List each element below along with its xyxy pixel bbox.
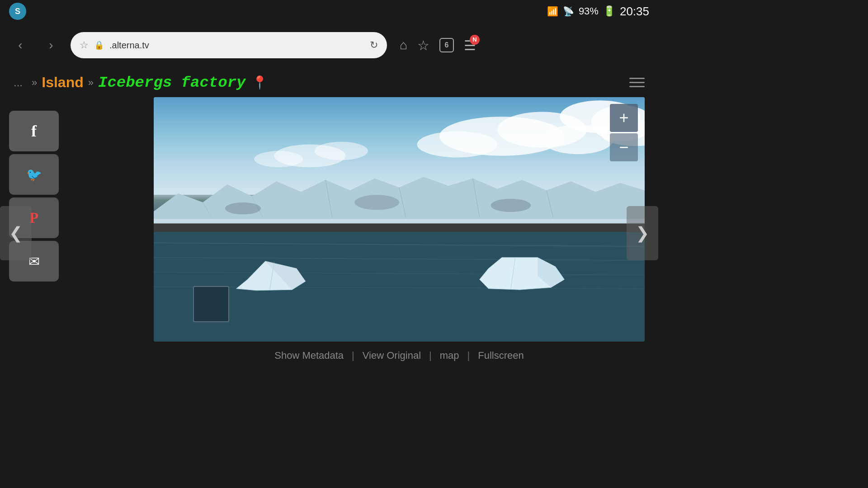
- show-metadata-button[interactable]: Show Metadata: [266, 350, 352, 361]
- svg-point-6: [254, 151, 303, 167]
- twitter-share-button[interactable]: 🐦: [9, 154, 59, 195]
- wifi-icon: 📶: [547, 6, 558, 17]
- browser-toolbar: ‹ › ☆ 🔒 .alterna.tv ↻ ⌂ ☆ 6 ☰ N: [0, 23, 658, 68]
- tabs-button[interactable]: 6: [439, 38, 454, 52]
- svg-point-19: [225, 202, 261, 215]
- url-text[interactable]: .alterna.tv: [109, 40, 364, 51]
- breadcrumb-title[interactable]: Icebergs factory: [98, 74, 245, 91]
- facebook-icon: f: [31, 122, 37, 141]
- notification-badge: N: [470, 35, 480, 45]
- clock: 20:35: [620, 5, 649, 19]
- lock-icon: 🔒: [94, 40, 104, 50]
- forward-button[interactable]: ›: [40, 34, 62, 56]
- tabs-count[interactable]: 6: [439, 38, 454, 52]
- skype-icon: S: [9, 3, 26, 20]
- zoom-out-icon: −: [619, 138, 628, 157]
- back-button[interactable]: ‹: [9, 34, 32, 56]
- home-button[interactable]: ⌂: [400, 38, 407, 52]
- svg-point-5: [314, 142, 368, 160]
- status-left: S: [9, 3, 26, 20]
- svg-point-20: [354, 195, 399, 210]
- map-pin-icon[interactable]: 📍: [252, 75, 268, 90]
- map-button[interactable]: map: [432, 350, 467, 361]
- twitter-icon: 🐦: [26, 167, 42, 182]
- left-arrow-icon: ❮: [9, 224, 23, 243]
- breadcrumb-sep-1: »: [32, 77, 37, 89]
- fullscreen-button[interactable]: Fullscreen: [470, 350, 532, 361]
- bottom-bar: Show Metadata | View Original | map | Fu…: [154, 343, 645, 369]
- hamburger-line-3: [629, 86, 645, 87]
- svg-point-3: [417, 131, 497, 158]
- nav-arrow-left[interactable]: ❮: [0, 206, 32, 260]
- toolbar-icons: ⌂ ☆ 6 ☰ N: [400, 38, 476, 53]
- battery-icon: 🔋: [603, 5, 615, 17]
- breadcrumb-sep-2: »: [88, 77, 94, 89]
- image-container: + −: [154, 97, 645, 342]
- hamburger-line-2: [629, 82, 645, 83]
- zoom-controls: + −: [610, 104, 638, 163]
- reload-button[interactable]: ↻: [370, 39, 378, 51]
- svg-marker-12: [154, 177, 645, 219]
- signal-icon: 📡: [563, 6, 574, 17]
- glacier-image: + −: [154, 97, 645, 342]
- status-right: 📶 📡 93% 🔋 20:35: [547, 5, 649, 19]
- right-arrow-icon: ❯: [636, 224, 649, 243]
- breadcrumb-dots[interactable]: ...: [14, 76, 23, 89]
- zoom-in-icon: +: [619, 108, 628, 127]
- main-content: f 🐦 P ✉ ❮: [0, 97, 658, 369]
- status-bar: S 📶 📡 93% 🔋 20:35: [0, 0, 658, 23]
- hamburger-line-1: [629, 78, 645, 79]
- favorites-button[interactable]: ☆: [417, 38, 429, 53]
- nav-arrow-right[interactable]: ❯: [627, 206, 658, 260]
- bookmark-star-icon[interactable]: ☆: [80, 39, 89, 51]
- menu-button[interactable]: ☰ N: [464, 38, 476, 53]
- thumbnail-overlay[interactable]: [193, 286, 229, 322]
- zoom-in-button[interactable]: +: [610, 104, 638, 132]
- hamburger-menu[interactable]: [629, 78, 645, 87]
- breadcrumb-island[interactable]: Island: [42, 74, 83, 91]
- facebook-share-button[interactable]: f: [9, 111, 59, 151]
- zoom-out-button[interactable]: −: [610, 133, 638, 161]
- battery-percent: 93%: [579, 5, 599, 17]
- svg-point-21: [491, 199, 531, 212]
- breadcrumb-bar: ... » Island » Icebergs factory 📍: [0, 68, 658, 97]
- view-original-button[interactable]: View Original: [354, 350, 429, 361]
- url-bar[interactable]: ☆ 🔒 .alterna.tv ↻: [71, 32, 387, 58]
